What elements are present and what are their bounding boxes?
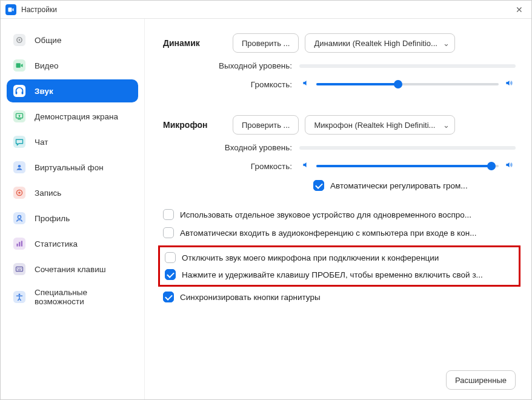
speaker-volume-label: Громкость:: [163, 80, 299, 89]
test-mic-button[interactable]: Проверить ...: [233, 115, 299, 135]
statistics-icon: [13, 237, 26, 250]
close-icon[interactable]: ✕: [512, 4, 527, 16]
sync-headset-checkbox[interactable]: [163, 292, 174, 302]
record-icon: [13, 186, 26, 199]
auto-adjust-label: Автоматически регулировать гром...: [330, 181, 516, 190]
mic-volume-slider[interactable]: [316, 165, 499, 167]
advanced-button[interactable]: Расширенные: [446, 370, 516, 390]
mic-device-dropdown[interactable]: Микрофон (Realtek High Definiti... ⌄: [305, 115, 455, 135]
window-title: Настройки: [21, 5, 512, 14]
auto-join-checkbox[interactable]: [163, 227, 174, 238]
gear-icon: [13, 33, 26, 47]
svg-rect-22: [13, 263, 25, 275]
sync-headset-row[interactable]: Синхронизировать кнопки гарнитуры: [163, 292, 516, 302]
speaker-section-label: Динамик: [163, 38, 233, 48]
push-to-talk-checkbox[interactable]: [165, 269, 176, 280]
sidebar-item-share-screen[interactable]: Демонстрация экрана: [7, 105, 138, 128]
svg-point-26: [21, 268, 21, 268]
sidebar-item-statistics[interactable]: Статистика: [7, 232, 138, 255]
sidebar-item-shortcuts[interactable]: Сочетания клавиш: [7, 258, 138, 281]
speaker-volume-slider[interactable]: [316, 83, 499, 85]
sidebar-item-label: Чат: [35, 138, 48, 147]
speaker-device-dropdown[interactable]: Динамики (Realtek High Definitio... ⌄: [305, 33, 455, 53]
auto-join-label: Автоматически входить в аудиоконференцию…: [180, 228, 516, 238]
svg-point-25: [19, 268, 19, 268]
sidebar-item-label: Видео: [35, 61, 58, 70]
push-to-talk-label: Нажмите и удерживайте клавишу ПРОБЕЛ, чт…: [182, 270, 514, 279]
sidebar-item-virtual-bg[interactable]: Виртуальный фон: [7, 156, 138, 179]
mic-device-text: Микрофон (Realtek High Definiti...: [314, 121, 438, 130]
auto-adjust-checkbox[interactable]: [313, 180, 324, 191]
sidebar-item-label: Запись: [35, 188, 61, 198]
separate-device-checkbox[interactable]: [163, 209, 174, 220]
sidebar-item-audio[interactable]: Звук: [7, 79, 138, 102]
svg-point-24: [18, 268, 18, 268]
volume-high-icon: [502, 161, 516, 172]
accessibility-icon: [13, 290, 26, 304]
svg-rect-5: [16, 92, 18, 95]
sidebar-item-label: Сочетания клавиш: [35, 265, 106, 274]
mute-on-join-label: Отключить звук моего микрофона при подкл…: [182, 253, 514, 262]
sync-headset-label: Синхронизировать кнопки гарнитуры: [180, 293, 516, 302]
volume-high-icon: [502, 79, 516, 90]
headphone-icon: [13, 84, 26, 98]
svg-rect-20: [19, 242, 20, 246]
sidebar-item-general[interactable]: Общие: [7, 28, 138, 52]
svg-rect-4: [13, 85, 25, 97]
separate-device-row[interactable]: Использовать отдельное звуковое устройст…: [163, 209, 516, 220]
sidebar-item-label: Виртуальный фон: [35, 163, 104, 172]
sidebar: Общие Видео Звук Демонстрация экрана Чат…: [1, 19, 145, 399]
sidebar-item-profile[interactable]: Профиль: [7, 207, 138, 230]
push-to-talk-row[interactable]: Нажмите и удерживайте клавишу ПРОБЕЛ, чт…: [165, 269, 514, 280]
input-level-meter: [299, 146, 516, 150]
mic-volume-label: Громкость:: [163, 162, 299, 171]
auto-join-row[interactable]: Автоматически входить в аудиоконференцию…: [163, 227, 516, 238]
sidebar-item-accessibility[interactable]: Специальные возможности: [7, 283, 138, 311]
svg-point-15: [18, 192, 21, 194]
mic-section-label: Микрофон: [163, 120, 233, 130]
sidebar-item-label: Общие: [35, 36, 61, 45]
output-level-meter: [299, 64, 516, 68]
speaker-device-text: Динамики (Realtek High Definitio...: [314, 39, 438, 48]
test-speaker-button[interactable]: Проверить ...: [233, 33, 299, 53]
mute-on-join-checkbox[interactable]: [165, 252, 176, 263]
sidebar-item-label: Специальные возможности: [35, 288, 132, 306]
sidebar-item-label: Статистика: [35, 239, 78, 248]
sidebar-item-recording[interactable]: Запись: [7, 181, 138, 204]
sidebar-item-label: Звук: [35, 87, 53, 96]
auto-adjust-row[interactable]: Автоматически регулировать гром...: [313, 180, 516, 191]
input-level-label: Входной уровень:: [163, 143, 299, 152]
svg-point-29: [19, 293, 21, 295]
titlebar: Настройки ✕: [1, 1, 531, 19]
chevron-down-icon: ⌄: [443, 121, 450, 130]
main-panel: Динамик Проверить ... Динамики (Realtek …: [145, 19, 531, 399]
svg-rect-6: [22, 92, 24, 95]
mute-on-join-row[interactable]: Отключить звук моего микрофона при подкл…: [165, 252, 514, 263]
svg-rect-21: [21, 241, 22, 246]
chat-icon: [13, 135, 26, 148]
profile-icon: [13, 212, 26, 225]
keyboard-icon: [13, 262, 26, 276]
share-screen-icon: [13, 110, 26, 123]
separate-device-label: Использовать отдельное звуковое устройст…: [180, 210, 516, 219]
svg-point-12: [18, 165, 21, 168]
svg-point-2: [19, 39, 21, 41]
virtual-bg-icon: [13, 161, 26, 174]
chevron-down-icon: ⌄: [443, 39, 450, 48]
svg-rect-10: [13, 136, 25, 148]
video-icon: [13, 59, 26, 72]
volume-low-icon: [299, 79, 313, 90]
volume-low-icon: [299, 161, 313, 172]
output-level-label: Выходной уровень:: [163, 61, 299, 70]
sidebar-item-video[interactable]: Видео: [7, 54, 138, 77]
highlighted-options: Отключить звук моего микрофона при подкл…: [158, 245, 520, 287]
sidebar-item-label: Профиль: [35, 214, 70, 223]
sidebar-item-label: Демонстрация экрана: [35, 112, 118, 121]
app-icon: [5, 4, 16, 15]
svg-rect-19: [16, 244, 18, 247]
sidebar-item-chat[interactable]: Чат: [7, 130, 138, 153]
